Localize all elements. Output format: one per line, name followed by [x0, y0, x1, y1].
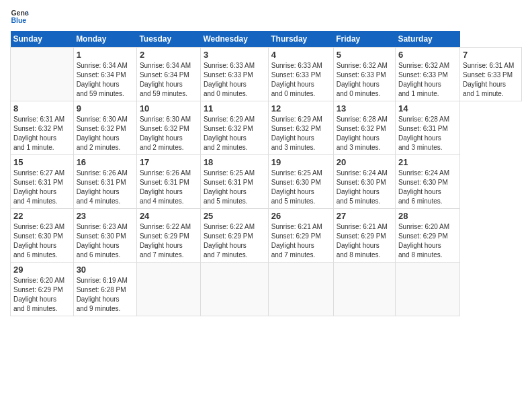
calendar-week-row: 8Sunrise: 6:31 AMSunset: 6:32 PMDaylight…	[11, 101, 522, 155]
day-info: Sunrise: 6:29 AMSunset: 6:32 PMDaylight …	[271, 115, 330, 152]
calendar-day-cell: 7Sunrise: 6:31 AMSunset: 6:33 PMDaylight…	[460, 48, 522, 101]
calendar-day-cell: 16Sunrise: 6:26 AMSunset: 6:31 PMDayligh…	[73, 155, 136, 209]
calendar-week-row: 29Sunrise: 6:20 AMSunset: 6:29 PMDayligh…	[11, 263, 522, 316]
calendar-table: SundayMondayTuesdayWednesdayThursdayFrid…	[10, 31, 522, 316]
calendar-day-cell: 15Sunrise: 6:27 AMSunset: 6:31 PMDayligh…	[11, 155, 74, 209]
day-info: Sunrise: 6:20 AMSunset: 6:29 PMDaylight …	[13, 276, 71, 314]
day-number: 12	[271, 103, 330, 113]
day-info: Sunrise: 6:22 AMSunset: 6:29 PMDaylight …	[204, 222, 265, 260]
calendar-day-cell: 18Sunrise: 6:25 AMSunset: 6:31 PMDayligh…	[200, 155, 268, 209]
calendar-day-cell: 28Sunrise: 6:20 AMSunset: 6:29 PMDayligh…	[395, 209, 459, 263]
day-number: 14	[398, 103, 457, 113]
calendar-day-cell: 11Sunrise: 6:29 AMSunset: 6:32 PMDayligh…	[200, 101, 268, 155]
calendar-day-cell: 4Sunrise: 6:33 AMSunset: 6:33 PMDaylight…	[268, 48, 333, 101]
day-info: Sunrise: 6:30 AMSunset: 6:32 PMDaylight …	[140, 115, 197, 152]
day-info: Sunrise: 6:25 AMSunset: 6:30 PMDaylight …	[271, 169, 330, 206]
day-info: Sunrise: 6:30 AMSunset: 6:32 PMDaylight …	[77, 115, 134, 152]
calendar-day-cell: 21Sunrise: 6:24 AMSunset: 6:30 PMDayligh…	[395, 155, 459, 209]
svg-text:Blue: Blue	[11, 16, 26, 24]
calendar-body: 1Sunrise: 6:34 AMSunset: 6:34 PMDaylight…	[11, 48, 522, 316]
day-info: Sunrise: 6:19 AMSunset: 6:28 PMDaylight …	[77, 276, 134, 314]
day-number: 21	[398, 157, 457, 167]
weekday-header-cell: Tuesday	[136, 31, 200, 48]
day-number: 15	[13, 157, 71, 167]
day-info: Sunrise: 6:28 AMSunset: 6:32 PMDaylight …	[337, 115, 392, 152]
weekday-header-cell: Sunday	[11, 31, 74, 48]
day-number: 5	[337, 50, 392, 60]
calendar-day-cell: 2Sunrise: 6:34 AMSunset: 6:34 PMDaylight…	[136, 48, 200, 101]
day-number: 16	[77, 157, 134, 167]
calendar-day-cell: 12Sunrise: 6:29 AMSunset: 6:32 PMDayligh…	[268, 101, 333, 155]
calendar-day-cell: 27Sunrise: 6:21 AMSunset: 6:29 PMDayligh…	[333, 209, 395, 263]
day-number: 20	[337, 157, 392, 167]
calendar-day-cell: 9Sunrise: 6:30 AMSunset: 6:32 PMDaylight…	[73, 101, 136, 155]
weekday-header-cell: Thursday	[268, 31, 333, 48]
day-info: Sunrise: 6:34 AMSunset: 6:34 PMDaylight …	[77, 61, 134, 99]
weekday-header-row: SundayMondayTuesdayWednesdayThursdayFrid…	[11, 31, 522, 48]
day-number: 13	[337, 103, 392, 113]
day-info: Sunrise: 6:26 AMSunset: 6:31 PMDaylight …	[77, 169, 134, 206]
weekday-header-cell: Saturday	[395, 31, 459, 48]
calendar-day-cell: 19Sunrise: 6:25 AMSunset: 6:30 PMDayligh…	[268, 155, 333, 209]
day-info: Sunrise: 6:23 AMSunset: 6:30 PMDaylight …	[77, 222, 134, 260]
calendar-day-cell: 22Sunrise: 6:23 AMSunset: 6:30 PMDayligh…	[11, 209, 74, 263]
calendar-day-cell: 17Sunrise: 6:26 AMSunset: 6:31 PMDayligh…	[136, 155, 200, 209]
calendar-week-row: 15Sunrise: 6:27 AMSunset: 6:31 PMDayligh…	[11, 155, 522, 209]
calendar-week-row: 22Sunrise: 6:23 AMSunset: 6:30 PMDayligh…	[11, 209, 522, 263]
page-header: General Blue	[10, 7, 522, 26]
calendar-day-cell: 13Sunrise: 6:28 AMSunset: 6:32 PMDayligh…	[333, 101, 395, 155]
calendar-day-cell: 1Sunrise: 6:34 AMSunset: 6:34 PMDaylight…	[73, 48, 136, 101]
calendar-week-row: 1Sunrise: 6:34 AMSunset: 6:34 PMDaylight…	[11, 48, 522, 101]
day-number: 27	[337, 211, 392, 221]
day-info: Sunrise: 6:26 AMSunset: 6:31 PMDaylight …	[140, 169, 197, 206]
weekday-header-cell: Monday	[73, 31, 136, 48]
day-number: 30	[77, 265, 134, 275]
day-number: 10	[140, 103, 197, 113]
day-info: Sunrise: 6:24 AMSunset: 6:30 PMDaylight …	[337, 169, 392, 206]
day-number: 28	[398, 211, 457, 221]
day-info: Sunrise: 6:22 AMSunset: 6:29 PMDaylight …	[140, 222, 197, 260]
day-info: Sunrise: 6:32 AMSunset: 6:33 PMDaylight …	[337, 61, 392, 99]
day-info: Sunrise: 6:33 AMSunset: 6:33 PMDaylight …	[271, 61, 330, 99]
day-info: Sunrise: 6:33 AMSunset: 6:33 PMDaylight …	[204, 61, 265, 99]
day-info: Sunrise: 6:28 AMSunset: 6:31 PMDaylight …	[398, 115, 457, 152]
calendar-day-cell: 3Sunrise: 6:33 AMSunset: 6:33 PMDaylight…	[200, 48, 268, 101]
day-number: 23	[77, 211, 134, 221]
day-number: 6	[398, 50, 457, 60]
day-info: Sunrise: 6:29 AMSunset: 6:32 PMDaylight …	[204, 115, 265, 152]
calendar-day-cell	[333, 263, 395, 316]
weekday-header-cell: Friday	[333, 31, 395, 48]
calendar-day-cell: 24Sunrise: 6:22 AMSunset: 6:29 PMDayligh…	[136, 209, 200, 263]
svg-text:General: General	[11, 9, 29, 17]
day-number: 22	[13, 211, 71, 221]
day-number: 25	[204, 211, 265, 221]
calendar-day-cell: 29Sunrise: 6:20 AMSunset: 6:29 PMDayligh…	[11, 263, 74, 316]
day-number: 18	[204, 157, 265, 167]
calendar-day-cell	[136, 263, 200, 316]
day-info: Sunrise: 6:25 AMSunset: 6:31 PMDaylight …	[204, 169, 265, 206]
calendar-day-cell	[268, 263, 333, 316]
day-info: Sunrise: 6:21 AMSunset: 6:29 PMDaylight …	[337, 222, 392, 260]
day-number: 9	[77, 103, 134, 113]
day-number: 11	[204, 103, 265, 113]
logo-icon: General Blue	[10, 7, 29, 26]
day-number: 29	[13, 265, 71, 275]
calendar-day-cell	[395, 263, 459, 316]
calendar-day-cell	[11, 48, 74, 101]
day-number: 19	[271, 157, 330, 167]
calendar-day-cell: 26Sunrise: 6:21 AMSunset: 6:29 PMDayligh…	[268, 209, 333, 263]
calendar-day-cell: 23Sunrise: 6:23 AMSunset: 6:30 PMDayligh…	[73, 209, 136, 263]
day-info: Sunrise: 6:27 AMSunset: 6:31 PMDaylight …	[13, 169, 71, 206]
day-number: 2	[140, 50, 197, 60]
calendar-day-cell: 8Sunrise: 6:31 AMSunset: 6:32 PMDaylight…	[11, 101, 74, 155]
day-info: Sunrise: 6:31 AMSunset: 6:33 PMDaylight …	[463, 61, 519, 99]
day-info: Sunrise: 6:34 AMSunset: 6:34 PMDaylight …	[140, 61, 197, 99]
day-info: Sunrise: 6:32 AMSunset: 6:33 PMDaylight …	[398, 61, 457, 99]
day-number: 4	[271, 50, 330, 60]
calendar-day-cell: 14Sunrise: 6:28 AMSunset: 6:31 PMDayligh…	[395, 101, 459, 155]
calendar-day-cell: 30Sunrise: 6:19 AMSunset: 6:28 PMDayligh…	[73, 263, 136, 316]
day-number: 3	[204, 50, 265, 60]
day-info: Sunrise: 6:20 AMSunset: 6:29 PMDaylight …	[398, 222, 457, 260]
day-info: Sunrise: 6:31 AMSunset: 6:32 PMDaylight …	[13, 115, 71, 152]
day-number: 17	[140, 157, 197, 167]
